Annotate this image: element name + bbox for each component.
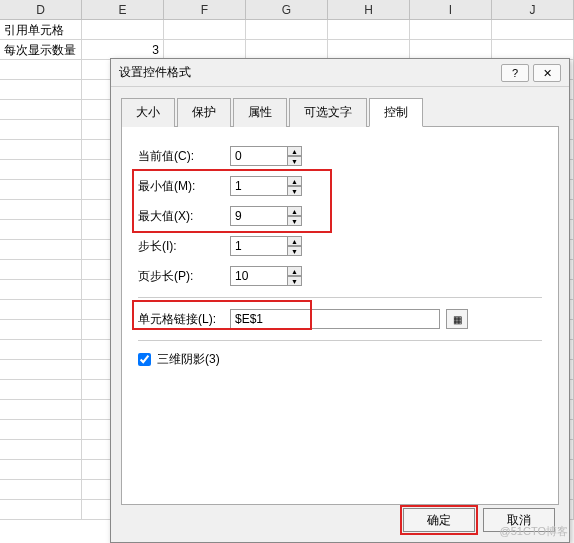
field-current: 当前值(C): ▲▼ bbox=[138, 141, 542, 171]
spin-down-icon[interactable]: ▼ bbox=[287, 246, 302, 256]
cell[interactable] bbox=[0, 140, 82, 159]
cell[interactable]: 3 bbox=[82, 40, 164, 59]
cell[interactable] bbox=[0, 120, 82, 139]
step-label: 步长(I): bbox=[138, 238, 230, 255]
tab-alttext[interactable]: 可选文字 bbox=[289, 98, 367, 127]
cell[interactable] bbox=[410, 20, 492, 39]
col-header[interactable]: H bbox=[328, 0, 410, 19]
spin-up-icon[interactable]: ▲ bbox=[287, 236, 302, 246]
dialog-titlebar: 设置控件格式 ? ✕ bbox=[111, 59, 569, 87]
cell[interactable] bbox=[492, 20, 574, 39]
cell[interactable] bbox=[0, 480, 82, 499]
cell[interactable] bbox=[0, 340, 82, 359]
field-max: 最大值(X): ▲▼ bbox=[138, 201, 542, 231]
spin-up-icon[interactable]: ▲ bbox=[287, 206, 302, 216]
cell[interactable] bbox=[0, 80, 82, 99]
celllink-input[interactable] bbox=[230, 309, 440, 329]
cell[interactable] bbox=[164, 20, 246, 39]
max-input[interactable] bbox=[230, 206, 288, 226]
cell[interactable] bbox=[0, 440, 82, 459]
cell[interactable] bbox=[246, 20, 328, 39]
table-row: 引用单元格 bbox=[0, 20, 574, 40]
table-row: 每次显示数量3 bbox=[0, 40, 574, 60]
cell[interactable] bbox=[492, 40, 574, 59]
cell[interactable] bbox=[0, 460, 82, 479]
cell[interactable] bbox=[0, 500, 82, 519]
field-celllink: 单元格链接(L): ▦ bbox=[138, 304, 542, 334]
min-label: 最小值(M): bbox=[138, 178, 230, 195]
format-control-dialog: 设置控件格式 ? ✕ 大小 保护 属性 可选文字 控制 当前值(C): ▲▼ 最… bbox=[110, 58, 570, 543]
cell[interactable] bbox=[328, 20, 410, 39]
cell[interactable] bbox=[0, 100, 82, 119]
spin-up-icon[interactable]: ▲ bbox=[287, 266, 302, 276]
shadow-checkbox[interactable] bbox=[138, 353, 151, 366]
watermark: @51CTO博客 bbox=[500, 524, 568, 539]
cell[interactable] bbox=[0, 420, 82, 439]
tab-properties[interactable]: 属性 bbox=[233, 98, 287, 127]
control-pane: 当前值(C): ▲▼ 最小值(M): ▲▼ 最大值(X): ▲▼ bbox=[121, 127, 559, 505]
cell[interactable] bbox=[0, 280, 82, 299]
dialog-tabs: 大小 保护 属性 可选文字 控制 bbox=[121, 97, 559, 127]
cell[interactable]: 引用单元格 bbox=[0, 20, 82, 39]
range-picker-icon[interactable]: ▦ bbox=[446, 309, 468, 329]
spin-down-icon[interactable]: ▼ bbox=[287, 186, 302, 196]
cell[interactable]: 每次显示数量 bbox=[0, 40, 82, 59]
tab-control[interactable]: 控制 bbox=[369, 98, 423, 127]
divider bbox=[138, 297, 542, 298]
cell[interactable] bbox=[0, 320, 82, 339]
spin-down-icon[interactable]: ▼ bbox=[287, 216, 302, 226]
current-label: 当前值(C): bbox=[138, 148, 230, 165]
close-button[interactable]: ✕ bbox=[533, 64, 561, 82]
field-min: 最小值(M): ▲▼ bbox=[138, 171, 542, 201]
celllink-label: 单元格链接(L): bbox=[138, 311, 230, 328]
spin-down-icon[interactable]: ▼ bbox=[287, 276, 302, 286]
cell[interactable] bbox=[0, 220, 82, 239]
cell[interactable] bbox=[410, 40, 492, 59]
spin-up-icon[interactable]: ▲ bbox=[287, 176, 302, 186]
pagestep-input[interactable] bbox=[230, 266, 288, 286]
cell[interactable] bbox=[164, 40, 246, 59]
col-header[interactable]: G bbox=[246, 0, 328, 19]
min-input[interactable] bbox=[230, 176, 288, 196]
pagestep-label: 页步长(P): bbox=[138, 268, 230, 285]
cell[interactable] bbox=[82, 20, 164, 39]
step-input[interactable] bbox=[230, 236, 288, 256]
cell[interactable] bbox=[0, 260, 82, 279]
cell[interactable] bbox=[0, 200, 82, 219]
spin-up-icon[interactable]: ▲ bbox=[287, 146, 302, 156]
help-button[interactable]: ? bbox=[501, 64, 529, 82]
max-label: 最大值(X): bbox=[138, 208, 230, 225]
field-step: 步长(I): ▲▼ bbox=[138, 231, 542, 261]
shadow-row: 三维阴影(3) bbox=[138, 351, 542, 368]
divider bbox=[138, 340, 542, 341]
cell[interactable] bbox=[0, 360, 82, 379]
tab-protection[interactable]: 保护 bbox=[177, 98, 231, 127]
cell[interactable] bbox=[246, 40, 328, 59]
ok-button[interactable]: 确定 bbox=[403, 508, 475, 532]
cell[interactable] bbox=[0, 240, 82, 259]
col-header[interactable]: F bbox=[164, 0, 246, 19]
tab-size[interactable]: 大小 bbox=[121, 98, 175, 127]
spin-down-icon[interactable]: ▼ bbox=[287, 156, 302, 166]
col-header[interactable]: I bbox=[410, 0, 492, 19]
shadow-label: 三维阴影(3) bbox=[157, 351, 220, 368]
dialog-title: 设置控件格式 bbox=[119, 64, 497, 81]
field-pagestep: 页步长(P): ▲▼ bbox=[138, 261, 542, 291]
current-input[interactable] bbox=[230, 146, 288, 166]
cell[interactable] bbox=[0, 180, 82, 199]
cell[interactable] bbox=[0, 160, 82, 179]
col-header[interactable]: D bbox=[0, 0, 82, 19]
cell[interactable] bbox=[0, 60, 82, 79]
column-headers: D E F G H I J bbox=[0, 0, 574, 20]
cell[interactable] bbox=[0, 380, 82, 399]
col-header[interactable]: E bbox=[82, 0, 164, 19]
cell[interactable] bbox=[0, 300, 82, 319]
col-header[interactable]: J bbox=[492, 0, 574, 19]
cell[interactable] bbox=[328, 40, 410, 59]
cell[interactable] bbox=[0, 400, 82, 419]
